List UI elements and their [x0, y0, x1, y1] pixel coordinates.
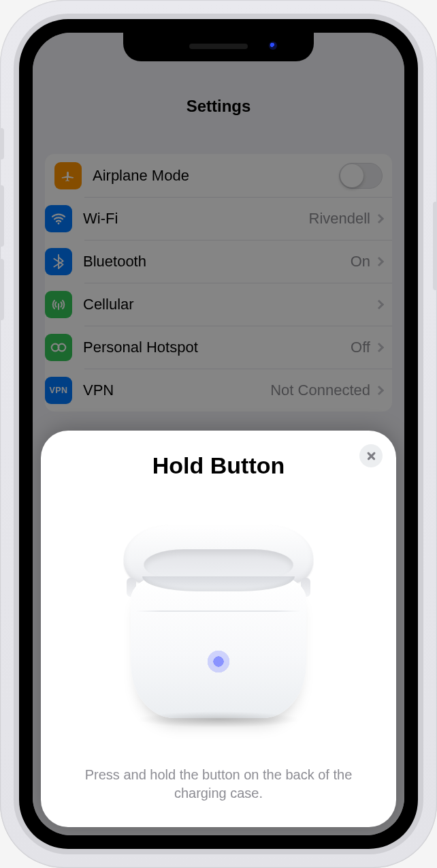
notch: [123, 33, 314, 61]
close-button[interactable]: [359, 444, 383, 467]
airpods-case-illustration: [120, 522, 317, 726]
status-led-icon: [206, 649, 231, 675]
side-button: [433, 202, 437, 290]
volume-down-button: [0, 259, 4, 320]
sheet-title: Hold Button: [152, 452, 285, 479]
sheet-body: [120, 479, 317, 766]
phone-frame: Settings Airplane Mode Wi-Fi Rivendell: [0, 0, 437, 868]
pairing-sheet: Hold Button Press and hold the button on…: [41, 431, 396, 827]
mute-switch: [0, 128, 4, 159]
screen: Settings Airplane Mode Wi-Fi Rivendell: [33, 33, 404, 835]
volume-up-button: [0, 185, 4, 247]
sheet-description: Press and hold the button on the back of…: [54, 766, 383, 803]
